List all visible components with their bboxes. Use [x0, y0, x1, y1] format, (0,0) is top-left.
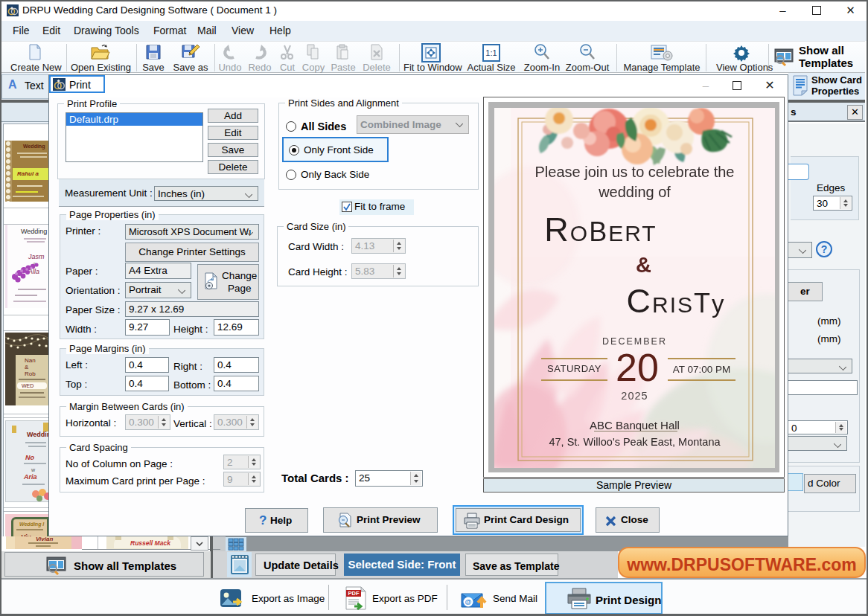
- svg-text:PDF: PDF: [348, 590, 360, 597]
- svg-text:1:1: 1:1: [485, 48, 497, 57]
- svg-text:@: @: [465, 598, 472, 606]
